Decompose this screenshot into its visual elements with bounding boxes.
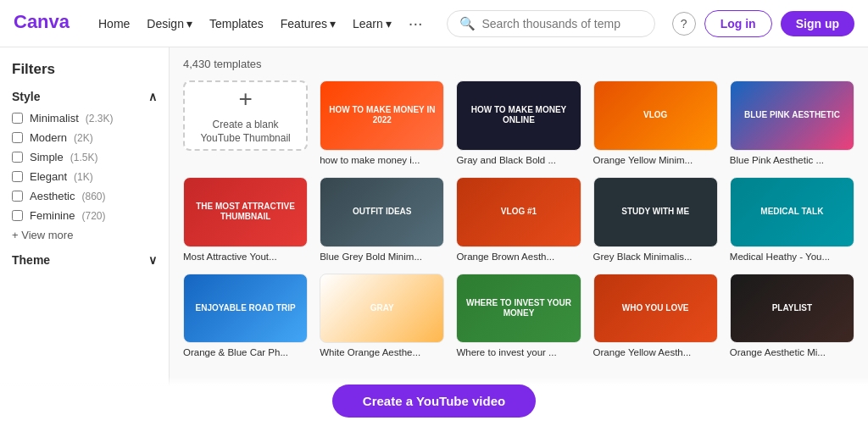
filter-checkbox[interactable] (12, 210, 23, 221)
template-label: how to make money i... (320, 155, 444, 165)
chevron-down-icon: ▾ (186, 17, 192, 30)
filter-item[interactable]: Elegant (1K) (12, 170, 157, 183)
signup-button[interactable]: Sign up (781, 11, 854, 36)
nav-home[interactable]: Home (98, 17, 130, 30)
bottom-bar: Create a YouTube video (0, 376, 868, 426)
template-card[interactable]: study with me Grey Black Minimalis... (593, 177, 718, 262)
chevron-down-icon: ▾ (330, 17, 336, 30)
thumb-text: VLOG (643, 110, 667, 120)
template-label: Orange Yellow Minim... (593, 155, 718, 165)
template-card[interactable]: Blue Pink Aesthetic Blue Pink Aesthetic … (730, 80, 854, 165)
template-card[interactable]: VLOG Orange Yellow Minim... (593, 80, 718, 165)
filter-count: (2.3K) (86, 113, 114, 124)
thumb-text: VLOG #1 (501, 207, 537, 217)
help-button[interactable]: ? (672, 12, 696, 36)
nav-actions: ? Log in Sign up (672, 10, 854, 37)
template-card[interactable]: VLOG #1 Orange Brown Aesth... (456, 177, 581, 262)
filter-label: Modern (30, 131, 67, 144)
template-thumb: THE MOST ATTRACTIVE THUMBNAIL (183, 177, 308, 247)
chevron-down-icon: ∨ (148, 253, 157, 267)
thumb-text: Who You Love (622, 303, 689, 313)
thumb-text: Blue Pink Aesthetic (744, 110, 840, 120)
nav-learn[interactable]: Learn ▾ (353, 17, 392, 30)
template-card[interactable]: HOW TO MAKE MONEY ONLINE Gray and Black … (456, 80, 581, 165)
filter-item[interactable]: Simple (1.5K) (12, 151, 157, 163)
templates-grid: + Create a blank YouTube Thumbnail HOW T… (183, 80, 854, 357)
nav-templates[interactable]: Templates (209, 17, 264, 30)
template-label: Orange & Blue Car Ph... (183, 347, 308, 357)
template-thumb: WHERE TO INVEST YOUR MONEY (456, 274, 581, 344)
filter-item[interactable]: Minimalist (2.3K) (12, 112, 157, 124)
filter-item[interactable]: Aesthetic (860) (12, 190, 157, 202)
filter-item[interactable]: Feminine (720) (12, 209, 157, 222)
template-card[interactable]: Who You Love Orange Yellow Aesth... (593, 274, 718, 358)
template-card[interactable]: PLAYLIST Orange Aesthetic Mi... (730, 274, 854, 358)
create-video-button[interactable]: Create a YouTube video (332, 385, 536, 418)
sidebar: Filters Style ∧ Minimalist (2.3K) Modern… (0, 47, 170, 426)
theme-section-header[interactable]: Theme ∨ (12, 253, 157, 267)
nav-features[interactable]: Features ▾ (281, 17, 336, 30)
filter-count: (1.5K) (70, 152, 98, 163)
template-card[interactable]: MEDICAL TALK Medical Heathy - You... (730, 177, 854, 262)
thumb-text: OUTFIT IDEAS (353, 207, 411, 217)
thumb-text: study with me (621, 207, 689, 217)
thumb-text: HOW TO MAKE MONEY IN 2022 (326, 105, 438, 125)
search-icon: 🔍 (459, 16, 476, 31)
create-blank-thumb: + Create a blank YouTube Thumbnail (183, 80, 308, 151)
template-thumb: Enjoyable Road Trip (183, 274, 308, 344)
nav-design[interactable]: Design ▾ (147, 17, 192, 30)
filter-item[interactable]: Modern (2K) (12, 131, 157, 144)
template-label: White Orange Aesthe... (320, 347, 444, 357)
template-label: Gray and Black Bold ... (456, 155, 581, 165)
canva-logo[interactable]: Canva (14, 9, 75, 38)
filter-label: Minimalist (30, 112, 79, 124)
main-layout: Filters Style ∧ Minimalist (2.3K) Modern… (0, 47, 868, 426)
template-label: Most Attractive Yout... (183, 252, 308, 262)
filter-checkbox[interactable] (12, 113, 23, 124)
template-label: Blue Grey Bold Minim... (320, 252, 444, 262)
more-options-button[interactable]: ··· (409, 14, 423, 33)
template-thumb: study with me (593, 177, 718, 247)
template-label: Blue Pink Aesthetic ... (730, 155, 854, 165)
chevron-up-icon: ∧ (148, 90, 157, 103)
style-filters: Minimalist (2.3K) Modern (2K) Simple (1.… (12, 112, 157, 222)
create-blank-label: Create a blank YouTube Thumbnail (185, 118, 306, 147)
view-more-button[interactable]: + View more (12, 229, 157, 241)
template-card[interactable]: Enjoyable Road Trip Orange & Blue Car Ph… (183, 274, 308, 358)
template-card[interactable]: THE MOST ATTRACTIVE THUMBNAIL Most Attra… (183, 177, 308, 262)
thumb-text: WHERE TO INVEST YOUR MONEY (462, 298, 575, 318)
template-thumb: OUTFIT IDEAS (320, 177, 444, 247)
template-thumb: PLAYLIST (730, 274, 854, 344)
create-blank-card[interactable]: + Create a blank YouTube Thumbnail (183, 80, 308, 165)
filter-checkbox[interactable] (12, 132, 23, 143)
search-bar: 🔍 (447, 10, 655, 37)
template-card[interactable]: HOW TO MAKE MONEY IN 2022 how to make mo… (320, 80, 444, 165)
thumb-text: Enjoyable Road Trip (196, 303, 296, 313)
filter-label: Feminine (30, 209, 75, 222)
filter-count: (860) (81, 191, 105, 202)
style-section-header[interactable]: Style ∧ (12, 90, 157, 103)
template-thumb: HOW TO MAKE MONEY ONLINE (456, 80, 581, 151)
search-input[interactable] (482, 17, 643, 30)
template-thumb: HOW TO MAKE MONEY IN 2022 (320, 80, 444, 151)
template-label: Medical Heathy - You... (730, 252, 854, 262)
template-card[interactable]: WHERE TO INVEST YOUR MONEY Where to inve… (456, 274, 581, 358)
filters-title: Filters (12, 61, 157, 78)
filter-count: (1K) (74, 171, 93, 183)
template-label: Grey Black Minimalis... (593, 252, 718, 262)
thumb-text: THE MOST ATTRACTIVE THUMBNAIL (189, 202, 302, 222)
filter-checkbox[interactable] (12, 171, 23, 182)
template-thumb: Blue Pink Aesthetic (730, 80, 854, 151)
filter-checkbox[interactable] (12, 191, 23, 202)
template-thumb: Who You Love (593, 274, 718, 344)
template-card[interactable]: GRAY White Orange Aesthe... (320, 274, 444, 358)
chevron-down-icon: ▾ (386, 17, 392, 30)
filter-checkbox[interactable] (12, 152, 23, 163)
template-thumb: VLOG (593, 80, 718, 151)
template-label: Where to invest your ... (456, 347, 581, 357)
login-button[interactable]: Log in (704, 10, 772, 37)
template-label: Orange Aesthetic Mi... (730, 347, 854, 357)
filter-label: Simple (30, 151, 64, 163)
template-card[interactable]: OUTFIT IDEAS Blue Grey Bold Minim... (320, 177, 444, 262)
template-thumb: VLOG #1 (456, 177, 581, 247)
